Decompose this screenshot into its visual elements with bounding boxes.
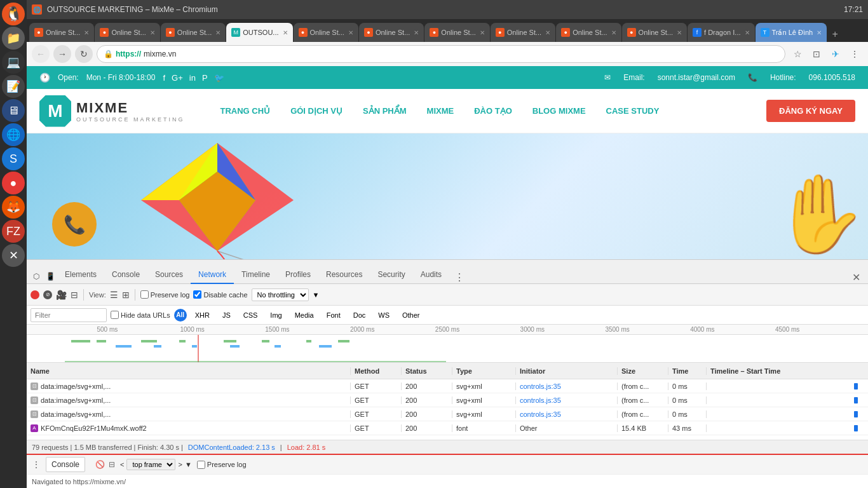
tab-6[interactable]: ● Online St... ✕ (359, 23, 424, 42)
filter-button[interactable]: ⊟ (71, 290, 78, 300)
table-row[interactable]: A KFOmCnqEu92Fr1Mu4mxK.woff2 GET 200 fon… (27, 421, 868, 435)
row1-initiator-link[interactable]: controls.js:35 (520, 383, 561, 390)
devtools-inspect-icon[interactable]: ⬡ (29, 269, 43, 283)
tab-close-5[interactable]: ✕ (348, 29, 353, 36)
phone-button[interactable]: 📞 (52, 202, 97, 247)
tab-close-3[interactable]: ✕ (215, 29, 220, 36)
tab-close-9[interactable]: ✕ (611, 29, 616, 36)
console-preserve-checkbox[interactable] (197, 461, 205, 469)
cast-icon[interactable]: ⊡ (808, 46, 825, 62)
filter-other-button[interactable]: Other (398, 309, 424, 321)
filter-media-button[interactable]: Media (290, 309, 318, 321)
devtools-close-button[interactable]: ✕ (847, 271, 865, 283)
nav-mixme[interactable]: MIXME (417, 106, 465, 116)
devtools-tab-security[interactable]: Security (370, 266, 412, 284)
throttle-select[interactable]: No throttling Fast 3G Slow 3G (252, 288, 309, 301)
devtools-tab-profiles[interactable]: Profiles (278, 266, 318, 284)
register-button[interactable]: ĐĂNG KÝ NGAY (766, 100, 855, 122)
tab-close-7[interactable]: ✕ (480, 29, 485, 36)
tool-icon[interactable]: ✕ (2, 244, 25, 267)
filter-img-button[interactable]: Img (266, 309, 286, 321)
ubuntu-icon[interactable]: 🐧 (2, 3, 25, 25)
tab-close-1[interactable]: ✕ (84, 29, 89, 36)
text-editor-icon[interactable]: 📝 (2, 75, 25, 98)
devtools-tab-console[interactable]: Console (104, 266, 147, 284)
network-icon[interactable]: 🌐 (2, 123, 25, 146)
devtools-mobile-icon[interactable]: 📱 (43, 269, 57, 283)
row2-initiator-link[interactable]: controls.js:35 (520, 396, 561, 404)
tab-close-2[interactable]: ✕ (150, 29, 155, 36)
frame-dropdown[interactable]: top frame (126, 459, 175, 470)
file-manager-icon[interactable]: 📁 (2, 27, 25, 50)
disable-cache-checkbox[interactable] (193, 290, 201, 299)
tab-close-6[interactable]: ✕ (414, 29, 419, 36)
back-button[interactable]: ← (32, 45, 50, 63)
twitter-icon[interactable]: 🐦 (214, 73, 224, 83)
hide-data-label[interactable]: Hide data URLs (111, 311, 170, 319)
bookmark-icon[interactable]: ☆ (789, 46, 806, 62)
devtools-tab-elements[interactable]: Elements (57, 266, 104, 284)
tab-close-12[interactable]: ✕ (817, 29, 822, 36)
devtools-tab-audits[interactable]: Audits (413, 266, 449, 284)
tab-close-11[interactable]: ✕ (745, 29, 750, 36)
devtools-tab-timeline[interactable]: Timeline (234, 266, 278, 284)
tab-close-4[interactable]: ✕ (283, 29, 288, 36)
hide-data-checkbox[interactable] (111, 311, 119, 319)
skype-icon[interactable]: S (2, 147, 25, 170)
console-filter-icon[interactable]: 🚫 (95, 460, 105, 469)
table-row[interactable]: ⊡ data:image/svg+xml,... GET 200 svg+xml… (27, 407, 868, 421)
tab-2[interactable]: ● Online St... ✕ (95, 23, 159, 42)
filter-all-button[interactable]: All (174, 309, 187, 322)
filter-xhr-button[interactable]: XHR (191, 309, 214, 321)
tab-11[interactable]: f f Dragon I... ✕ (688, 23, 754, 42)
firefox-icon[interactable]: 🦊 (2, 196, 25, 219)
disable-cache-label[interactable]: Disable cache (193, 290, 247, 299)
screenshot-button[interactable]: 🎥 (56, 290, 67, 300)
tab-7[interactable]: ● Online St... ✕ (424, 23, 489, 42)
tab-4-active[interactable]: M OUTSOU... ✕ (226, 23, 292, 42)
tab-5[interactable]: ● Online St... ✕ (294, 23, 358, 42)
console-tab[interactable]: Console (46, 457, 85, 472)
app-icon-red[interactable]: ● (2, 172, 25, 194)
nav-trang-chu[interactable]: TRANG CHỦ (210, 106, 281, 116)
forward-button[interactable]: → (53, 45, 71, 63)
table-row[interactable]: ⊡ data:image/svg+xml,... GET 200 svg+xml… (27, 393, 868, 407)
devtools-tab-sources[interactable]: Sources (147, 266, 191, 284)
googleplus-icon[interactable]: G+ (172, 73, 183, 83)
filter-input[interactable] (31, 308, 107, 322)
new-tab-button[interactable]: + (827, 27, 843, 42)
devtools-tab-resources[interactable]: Resources (318, 266, 370, 284)
tab-close-8[interactable]: ✕ (545, 29, 550, 36)
nav-san-pham[interactable]: SẢN PHẨM (353, 106, 417, 116)
facebook-icon[interactable]: f (163, 73, 165, 83)
tab-8[interactable]: ● Online St... ✕ (491, 23, 555, 42)
devtools-tab-network[interactable]: Network (191, 266, 234, 284)
nav-dao-tao[interactable]: ĐÀO TẠO (464, 106, 522, 116)
tab-1[interactable]: ● Online St... ✕ (29, 23, 94, 42)
linkedin-icon[interactable]: in (189, 73, 196, 83)
console-preserve-label[interactable]: Preserve log (197, 461, 247, 469)
console-dots-icon[interactable]: ⋮ (32, 459, 41, 470)
nav-case-study[interactable]: CASE STUDY (596, 106, 670, 116)
console-funnel-icon[interactable]: ⊟ (109, 460, 115, 469)
settings-icon[interactable]: 🖥 (2, 99, 25, 122)
record-button[interactable] (31, 290, 39, 299)
tab-9[interactable]: ● Online St... ✕ (556, 23, 621, 42)
preserve-log-label[interactable]: Preserve log (140, 290, 190, 299)
tab-3[interactable]: ● Online St... ✕ (161, 23, 226, 42)
devtools-more-icon[interactable]: ⋮ (449, 271, 470, 283)
row3-initiator-link[interactable]: controls.js:35 (520, 410, 561, 418)
url-bar[interactable]: 🔒 https:// mixme.vn (97, 45, 785, 63)
table-row[interactable]: ⊡ data:image/svg+xml,... GET 200 svg+xml… (27, 379, 868, 393)
terminal-icon[interactable]: 💻 (2, 51, 25, 74)
preserve-log-checkbox[interactable] (140, 290, 149, 299)
tab-close-10[interactable]: ✕ (677, 29, 682, 36)
pinterest-icon[interactable]: P (202, 73, 208, 83)
telegram-icon[interactable]: ✈ (827, 46, 844, 62)
grid-view-icon[interactable]: ⊞ (122, 290, 130, 300)
menu-icon[interactable]: ⋮ (846, 46, 863, 62)
nav-blog-mixme[interactable]: BLOG MIXME (522, 106, 596, 116)
nav-goi-dich-vu[interactable]: GÓI DỊCH VỤ (280, 106, 353, 116)
filezilla-icon[interactable]: FZ (2, 220, 25, 243)
tab-12[interactable]: T Trần Lê Đình ✕ (756, 23, 827, 42)
